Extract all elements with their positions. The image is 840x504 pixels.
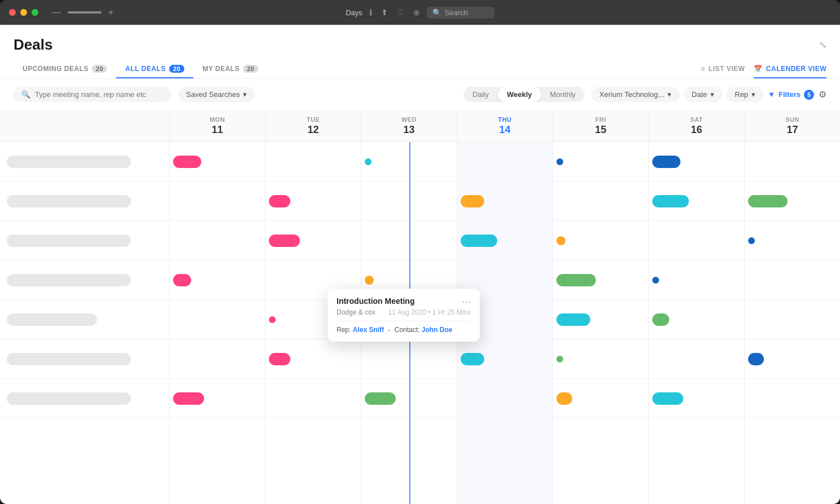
copy-icon[interactable]: ⊕ (413, 8, 420, 17)
cell-sun-3 (745, 221, 840, 260)
cell-sat-1 (649, 142, 744, 182)
event-sat-7[interactable] (652, 392, 683, 405)
date-chevron-icon: ▾ (710, 90, 714, 99)
titlebar-search[interactable]: 🔍 Search (427, 7, 494, 19)
cell-tue-7 (266, 379, 361, 418)
deal-bar-3 (7, 235, 131, 247)
filters-button[interactable]: ▼ Filters 5 (768, 90, 814, 100)
collapse-icon[interactable]: ⤡ (819, 39, 826, 50)
calendar-view-btn[interactable]: 📅 CALENDER VIEW (754, 60, 826, 78)
cell-tue-6 (266, 339, 361, 379)
event-mon-4[interactable] (173, 274, 191, 286)
date-filter-btn[interactable]: Date ▾ (684, 87, 722, 102)
view-toggles: ≡ LIST VIEW 📅 CALENDER VIEW (701, 60, 826, 78)
popup-contact-name[interactable]: John Doe (422, 326, 453, 334)
event-tue-5[interactable] (269, 316, 276, 323)
list-view-btn[interactable]: ≡ LIST VIEW (701, 60, 745, 78)
cell-sun-2 (745, 182, 840, 221)
event-sat-5[interactable] (652, 313, 669, 326)
tab-all-deals[interactable]: ALL DEALS 20 (116, 60, 193, 78)
event-mon-7[interactable] (173, 392, 204, 405)
rep-filter-btn[interactable]: Rep ▾ (727, 87, 763, 102)
popup-contact: Rep: Alex Sniff Contact: John Doe (337, 326, 471, 334)
search-icon: 🔍 (432, 8, 441, 17)
event-sat-4[interactable] (652, 277, 659, 284)
cell-fri-3 (553, 221, 648, 260)
deal-label-1 (0, 142, 169, 182)
deal-bar-2 (7, 195, 131, 207)
deal-label-4 (0, 260, 169, 300)
event-fri-3[interactable] (556, 236, 565, 245)
cal-header-wed: WED 13 (361, 110, 457, 142)
popup-title: Introduction Meeting (337, 297, 414, 306)
event-sun-2[interactable] (748, 195, 788, 207)
info-icon[interactable]: ℹ (369, 8, 372, 17)
deal-bar-4 (7, 274, 131, 286)
tab-all-label: ALL DEALS (125, 65, 166, 73)
cell-thu-2 (457, 182, 552, 221)
event-sat-1[interactable] (652, 156, 680, 168)
popup-more-btn[interactable]: ⋯ (462, 297, 471, 307)
event-tue-3[interactable] (269, 235, 300, 247)
event-thu-6[interactable] (461, 353, 484, 365)
event-wed-4[interactable] (365, 276, 374, 285)
col-sun (744, 142, 840, 504)
event-fri-6[interactable] (556, 356, 563, 362)
cell-wed-4: Introduction Meeting ⋯ Dodge & cox 11 Au… (361, 260, 457, 300)
event-tue-6[interactable] (269, 353, 290, 365)
search-label: Search (445, 8, 468, 17)
monthly-btn[interactable]: Monthly (541, 87, 585, 102)
nav-forward[interactable]: + (108, 7, 113, 17)
titlebar-actions: ℹ ⬆ ♡ ⊕ (369, 8, 420, 17)
maximize-button[interactable] (32, 9, 38, 16)
daily-btn[interactable]: Daily (463, 87, 498, 102)
window-title: Days (346, 8, 362, 17)
minimize-button[interactable] (20, 9, 27, 16)
tab-my-deals[interactable]: MY DEALS 20 (193, 60, 267, 78)
tab-my-badge: 20 (243, 65, 258, 73)
chevron-down-icon: ▾ (243, 90, 247, 99)
event-wed-7[interactable] (365, 392, 396, 405)
cell-sat-7 (649, 379, 744, 418)
heart-icon[interactable]: ♡ (397, 8, 404, 17)
cell-tue-1 (266, 142, 361, 182)
cell-fri-1 (553, 142, 648, 182)
event-thu-2[interactable] (461, 195, 484, 207)
event-wed-1[interactable] (365, 158, 372, 165)
popup-rep-name[interactable]: Alex Sniff (353, 326, 384, 334)
weekly-btn[interactable]: Weekly (498, 87, 541, 102)
deal-labels-column (0, 142, 169, 504)
cell-fri-4 (553, 260, 648, 300)
mon-num: 11 (174, 124, 260, 136)
search-input-wrap[interactable]: 🔍 (14, 87, 171, 102)
company-filter-btn[interactable]: Xerium Technolog... ▾ (591, 87, 679, 102)
event-mon-1[interactable] (173, 156, 201, 168)
share-icon[interactable]: ⬆ (381, 8, 388, 17)
deal-label-5 (0, 300, 169, 339)
cell-sun-4 (745, 260, 840, 300)
cell-mon-1 (170, 142, 265, 182)
event-sun-3[interactable] (748, 237, 755, 244)
filter-settings-icon[interactable]: ⚙ (819, 89, 826, 100)
cell-sun-7 (745, 379, 840, 418)
close-button[interactable] (9, 9, 16, 16)
company-chevron-icon: ▾ (667, 90, 671, 99)
event-thu-3[interactable] (461, 235, 497, 247)
event-sat-2[interactable] (652, 195, 689, 207)
saved-searches-button[interactable]: Saved Searches ▾ (178, 87, 255, 102)
deal-bar-5 (7, 313, 97, 326)
nav-back[interactable]: — (52, 7, 61, 17)
date-filter-label: Date (692, 90, 707, 99)
event-sun-6[interactable] (748, 353, 764, 365)
event-fri-1[interactable] (556, 158, 563, 165)
event-fri-7[interactable] (556, 392, 572, 405)
calendar-header-empty (0, 110, 169, 142)
event-fri-5[interactable] (556, 313, 590, 326)
event-tue-2[interactable] (269, 195, 290, 207)
popup-date: 11 Aug 2020 • 1 Hr 25 Mins (388, 308, 471, 316)
tab-upcoming-deals[interactable]: UPCOMING DEALS 20 (14, 60, 116, 78)
event-fri-4[interactable] (556, 274, 596, 286)
cell-wed-7 (361, 379, 457, 418)
sat-num: 16 (653, 124, 740, 136)
search-input[interactable] (35, 90, 163, 99)
